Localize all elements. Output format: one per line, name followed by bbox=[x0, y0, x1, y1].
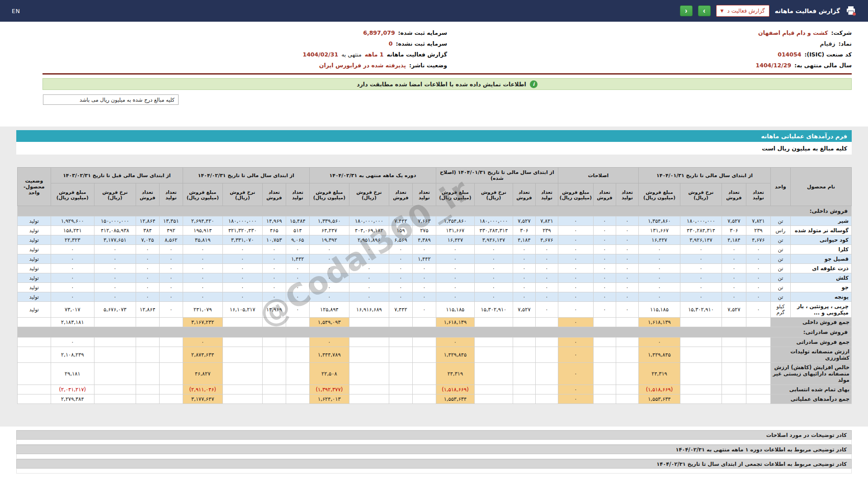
language-en-button[interactable]: EN bbox=[12, 8, 20, 14]
blank-cell bbox=[94, 363, 136, 385]
value-cell: ۰ bbox=[51, 283, 94, 292]
blank-cell bbox=[593, 363, 616, 385]
value-cell: ۰ bbox=[349, 254, 389, 264]
value-cell: ۰ bbox=[593, 283, 616, 292]
col-group-header: از ابتدای سال مالی تا تاریخ ۱۴۰۴/۰۱/۳۱ (… bbox=[436, 168, 558, 183]
next-report-button[interactable]: › bbox=[698, 5, 711, 16]
value-cell: ۱,۵۴۹,۰۹۳ bbox=[309, 318, 349, 327]
blank-cell bbox=[136, 347, 159, 363]
value-cell: ۰ bbox=[286, 292, 309, 302]
fiscal-year-label: سال مالی منتهی به: bbox=[794, 62, 852, 69]
print-icon[interactable] bbox=[845, 6, 856, 16]
notes-section: کادر توضیحات در مورد اصلاحات کادر توضیحی… bbox=[16, 430, 852, 474]
period-note-bar[interactable]: کادر توضیحی مربوط به اطلاعات دوره ۱ ماهه… bbox=[16, 445, 852, 454]
blank-cell bbox=[535, 385, 558, 394]
blank-cell bbox=[159, 363, 183, 385]
value-cell: ۰ bbox=[558, 254, 593, 264]
blank-cell bbox=[222, 385, 262, 394]
table-row: کلشتن۰۰۰۰۰۰۰۰۰۰۰۰۰۰۰۰۰۰۰۰۰۰۰تولید bbox=[17, 273, 851, 283]
info-col-right: شرکت: کشت و دام قیام اصفهان نماد: زقیام … bbox=[447, 27, 852, 70]
fiscal-year-value: 1404/12/29 bbox=[756, 62, 792, 69]
blank-cell bbox=[262, 338, 286, 347]
unit-cell: تن bbox=[771, 254, 791, 264]
isic-value: 014054 bbox=[778, 51, 801, 58]
value-cell: ۱۳۱,۶۶۷ bbox=[638, 226, 680, 235]
blank-cell bbox=[389, 338, 412, 347]
value-cell: ۰ bbox=[309, 283, 349, 292]
value-cell: ۹,۰۶۵ bbox=[286, 235, 309, 245]
report-type-dropdown[interactable]: گزارش فعالیت د ▼ bbox=[716, 5, 769, 17]
company-link[interactable]: کشت و دام قیام اصفهان bbox=[758, 29, 828, 36]
value-cell: ۰ bbox=[616, 302, 638, 318]
value-cell: ۰ bbox=[558, 273, 593, 283]
value-cell: ۱۴,۹۶۹ bbox=[262, 302, 286, 318]
value-cell: ۲۴,۳۱۹ bbox=[436, 363, 474, 385]
unit-cell: تن bbox=[771, 273, 791, 283]
prev-report-button[interactable]: ‹ bbox=[680, 5, 693, 16]
value-cell: ۷,۵۲۷ bbox=[513, 216, 535, 226]
blank-cell bbox=[412, 363, 436, 385]
value-cell: ۴۶,۸۲۷ bbox=[183, 363, 222, 385]
table-row: شیرتن۷,۸۲۱۷,۵۲۷۱۸۰,۰۰۰,۰۰۰۱,۳۵۴,۸۶۰۰۰۰۷,… bbox=[17, 216, 851, 226]
blank-cell bbox=[746, 394, 771, 404]
status-cell: تولید bbox=[17, 273, 51, 283]
value-cell: ۰ bbox=[51, 254, 94, 264]
blank-cell bbox=[389, 363, 412, 385]
unit-cell: تن bbox=[771, 292, 791, 302]
value-cell: ۰ bbox=[535, 283, 558, 292]
sub-col-header: تعداد فروش bbox=[722, 183, 746, 206]
value-cell: ۱۵۹ bbox=[389, 226, 412, 235]
product-name: کلزا bbox=[791, 245, 852, 254]
value-cell: ۰ bbox=[558, 302, 593, 318]
blank-cell bbox=[513, 347, 535, 363]
value-cell: ۰ bbox=[412, 283, 436, 292]
value-cell: ۱۶,۹۱۶,۶۸۹ bbox=[349, 302, 389, 318]
unregistered-capital-value: 0 bbox=[389, 40, 393, 47]
total-label: جمع درآمدهای عملیاتی bbox=[771, 394, 852, 404]
value-cell: ۰ bbox=[746, 264, 771, 273]
value-cell: ۷,۸۲۱ bbox=[535, 216, 558, 226]
value-cell: ۰ bbox=[51, 273, 94, 283]
value-cell: ۳,۱۶۷,۲۳۲ bbox=[183, 318, 222, 327]
value-cell: ۰ bbox=[638, 254, 680, 264]
value-cell: ۰ bbox=[558, 394, 593, 404]
cumulative-note-content bbox=[16, 469, 852, 474]
table-row: ذرت علوفه ایتن۰۰۰۰۰۰۰۰۰۰۰۰۰۰۰۰۰۰۰۰۰۰۰تول… bbox=[17, 264, 851, 273]
value-cell: ۰ bbox=[616, 245, 638, 254]
value-cell: ۰ bbox=[159, 254, 183, 264]
unit-cell: تن bbox=[771, 245, 791, 254]
value-cell: ۰ bbox=[680, 264, 722, 273]
value-cell: ۰ bbox=[513, 264, 535, 273]
banner-text: اطلاعات نمایش داده شده با اطلاعات امضا ش… bbox=[357, 81, 526, 88]
blank-cell bbox=[535, 363, 558, 385]
col-header-unit: واحد bbox=[771, 168, 791, 206]
blank-cell bbox=[222, 318, 262, 327]
value-cell: ۰ bbox=[183, 292, 222, 302]
value-cell: ۰ bbox=[94, 283, 136, 292]
blank-cell bbox=[412, 338, 436, 347]
blank-cell bbox=[262, 385, 286, 394]
value-cell: ۰ bbox=[309, 254, 349, 264]
value-cell: ۲,۹۵۱,۸۹۶ bbox=[349, 235, 389, 245]
blank-cell bbox=[535, 338, 558, 347]
blank-cell bbox=[474, 338, 513, 347]
value-cell: ۰ bbox=[136, 254, 159, 264]
value-cell: ۲۳۹ bbox=[746, 226, 771, 235]
value-cell: ۰ bbox=[412, 264, 436, 273]
status-cell bbox=[17, 338, 51, 347]
amounts-unit-note: کلیه مبالغ درج شده به میلیون ریال می باش… bbox=[43, 94, 179, 105]
table-row: کلزاتن۰۰۰۰۰۰۰۰۰۰۰۰۰۰۰۰۰۰۰۰۰۰۰تولید bbox=[17, 245, 851, 254]
page: گزارش فعالیت ماهانه گزارش فعالیت د ▼ › ‹… bbox=[0, 0, 868, 488]
value-cell: ۱۲,۸۶۴ bbox=[136, 216, 159, 226]
isic-label: کد صنعت (ISIC): bbox=[804, 51, 852, 58]
corrections-note-bar[interactable]: کادر توضیحات در مورد اصلاحات bbox=[16, 430, 852, 440]
value-cell: ۱,۴۲۹,۸۴۵ bbox=[638, 347, 680, 363]
value-cell: ۰ bbox=[474, 264, 513, 273]
publisher-status-value: پذیرفته شده در فرابورس ایران bbox=[319, 62, 406, 69]
blank-cell bbox=[286, 347, 309, 363]
blank-cell bbox=[94, 318, 136, 327]
col-group-header: از ابتدای سال مالی تا تاریخ ۱۴۰۴/۰۲/۳۱ bbox=[183, 168, 309, 183]
value-cell: ۰ bbox=[746, 273, 771, 283]
cumulative-note-bar[interactable]: کادر توضیحی مربوط به اطلاعات تجمعی از اب… bbox=[16, 459, 852, 469]
value-cell: ۰ bbox=[436, 338, 474, 347]
